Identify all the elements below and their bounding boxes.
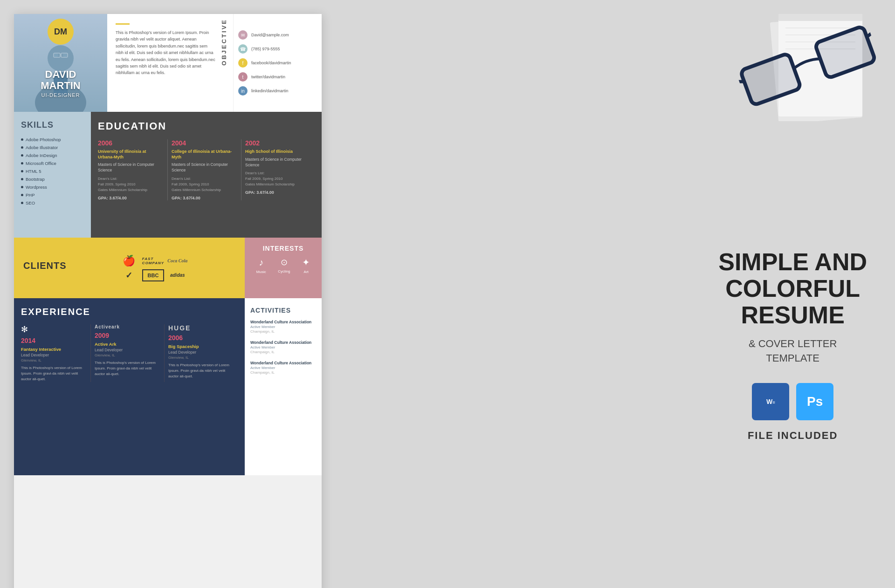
glasses-decoration: [730, 7, 893, 143]
bottom-section: EXPERIENCE ✻ 2014 Fantasy Interactive Le…: [14, 298, 322, 475]
bullet-icon: [21, 194, 23, 196]
profile-title: UI-DESIGNER: [14, 92, 107, 98]
activity-role-1: Active Member: [250, 345, 316, 349]
art-icon: ✦: [302, 257, 310, 268]
edu-gpa-2: GPA: 3.67/4.00: [245, 190, 309, 195]
client-nike-icon: ✓: [118, 269, 140, 281]
exp-desc-1: This is Photoshop's version of Lorem Ips…: [95, 360, 159, 377]
promo-text-area: SIMPLE AND COLORFUL RESUME & COVER LETTE…: [718, 249, 867, 442]
promo-subtitle2: TEMPLATE: [718, 352, 867, 364]
edu-deans-1: Dean's List:Fall 2009, Spring 2010Gates …: [172, 176, 235, 193]
right-panel: SIMPLE AND COLORFUL RESUME & COVER LETTE…: [336, 0, 895, 588]
objective-label: OBJECTIVE: [220, 19, 227, 66]
activities-title: ACTIVITIES: [250, 307, 316, 314]
yellow-bar-decoration: [116, 23, 130, 25]
contact-area: ✉ David@sample.com ☎ (785) 979-5555 f fa…: [233, 14, 322, 112]
edu-entry-0: 2006 University of Illinoisia at Urbana-…: [98, 139, 168, 200]
exp-entry-1: Activeark 2009 Active Ark Lead Developer…: [91, 324, 165, 382]
experience-columns: ✻ 2014 Fantasy Interactive Lead Develope…: [21, 324, 238, 382]
exp-year-2: 2006: [168, 334, 233, 342]
interest-cycling: ⊙ Cycling: [278, 257, 290, 273]
edu-deans-2: Dean's List:Fall 2009, Spring 2010Gates …: [245, 171, 309, 187]
bullet-icon: [21, 178, 23, 180]
activity-0: Wonderland Culture Association Active Me…: [250, 320, 316, 334]
edu-school-2: High School of Illinoisia: [245, 149, 309, 155]
art-label: Art: [304, 270, 309, 274]
music-label: Music: [256, 270, 266, 274]
top-section: DM: [14, 14, 322, 112]
exp-desc-2: This is Photoshop's version of Lorem Ips…: [168, 362, 233, 379]
exp-desc-0: This is Photoshop's version of Lorem Ips…: [21, 365, 86, 382]
objective-text: This is Photoshop's version of Lorem Ips…: [116, 29, 225, 76]
file-badges: W≡ Ps: [718, 383, 867, 420]
profile-name: DAVID MARTIN: [14, 69, 107, 91]
bullet-icon: [21, 146, 23, 149]
activity-org-2: Wonderland Culture Association: [250, 361, 316, 365]
skill-item: PHP: [21, 192, 84, 198]
interests-area: INTERESTS ♪ Music ⊙ Cycling ✦ Art: [245, 238, 322, 298]
clients-logos: 🍎 FASTCOMPANY Coca Cola ✓ BBC adidas: [118, 255, 189, 281]
music-icon: ♪: [259, 257, 263, 268]
exp-location-2: Glenview, IL: [168, 356, 233, 360]
client-adidas: adidas: [166, 269, 188, 281]
exp-year-0: 2014: [21, 337, 86, 344]
activities-area: ACTIVITIES Wonderland Culture Associatio…: [245, 298, 322, 475]
interests-icons: ♪ Music ⊙ Cycling ✦ Art: [250, 257, 316, 274]
exp-role-0: Lead Developer: [21, 353, 86, 357]
promo-title: SIMPLE AND COLORFUL RESUME: [718, 249, 867, 329]
contact-phone: ☎ (785) 979-5555: [238, 44, 317, 54]
edu-gpa-0: GPA: 3.67/4.00: [98, 196, 162, 200]
skill-item: Wordpress: [21, 185, 84, 190]
experience-title: EXPERIENCE: [21, 307, 238, 317]
exp-role-2: Lead Developer: [168, 350, 233, 355]
exp-logo-0: ✻: [21, 324, 86, 335]
exp-entry-0: ✻ 2014 Fantasy Interactive Lead Develope…: [21, 324, 91, 382]
education-columns: 2006 University of Illinoisia at Urbana-…: [98, 139, 315, 200]
edu-degree-0: Masters of Science in Computer Science: [98, 162, 162, 173]
edu-degree-2: Masters of Science in Computer Science: [245, 157, 309, 168]
edu-entry-2: 2002 High School of Illinoisia Masters o…: [241, 139, 315, 200]
experience-area: EXPERIENCE ✻ 2014 Fantasy Interactive Le…: [14, 298, 245, 475]
phone-icon: ☎: [238, 44, 248, 54]
exp-company-1: Active Ark: [95, 342, 159, 347]
activity-1: Wonderland Culture Association Active Me…: [250, 340, 316, 354]
activity-org-1: Wonderland Culture Association: [250, 340, 316, 345]
clients-title: CLIENTS: [23, 260, 67, 271]
skill-item: Microsoft Office: [21, 161, 84, 166]
edu-degree-1: Masters of Science in Computer Science: [172, 162, 235, 173]
client-apple-icon: 🍎: [118, 255, 140, 267]
bullet-icon: [21, 170, 23, 172]
skills-title: SKILLS: [21, 120, 84, 130]
clients-area: CLIENTS 🍎 FASTCOMPANY Coca Cola ✓ BBC ad…: [14, 238, 245, 298]
skill-item: Adobe InDesign: [21, 153, 84, 158]
exp-logo-1: Activeark: [95, 324, 159, 329]
edu-school-0: University of Illinoisia at Urbana-Myth: [98, 149, 162, 160]
activity-location-2: Champaign, IL: [250, 370, 316, 375]
exp-location-0: Glenview, IL: [21, 358, 86, 362]
education-area: EDUCATION 2006 University of Illinoisia …: [91, 112, 322, 238]
promo-subtitle: & COVER LETTER: [718, 338, 867, 350]
decoration-area: [709, 0, 895, 149]
twitter-icon: t: [238, 72, 248, 82]
exp-logo-2: HUGE: [168, 324, 233, 332]
contact-facebook: f facebook/davidmartin: [238, 58, 317, 68]
bullet-icon: [21, 186, 23, 188]
bullet-icon: [21, 154, 23, 157]
email-icon: ✉: [238, 30, 248, 40]
interests-title: INTERESTS: [250, 245, 316, 252]
interest-art: ✦ Art: [302, 257, 310, 274]
edu-gpa-1: GPA: 3.67/4.00: [172, 196, 235, 200]
avatar-initials: DM: [48, 19, 74, 45]
skill-item: Bootstrap: [21, 177, 84, 182]
contact-email: ✉ David@sample.com: [238, 30, 317, 40]
edu-year-1: 2004: [172, 139, 235, 147]
bullet-icon: [21, 202, 23, 204]
exp-role-1: Lead Developer: [95, 348, 159, 352]
edu-entry-1: 2004 College of Illinoisia at Urbana-Myt…: [168, 139, 241, 200]
client-cocacola: Coca Cola: [166, 255, 188, 267]
skill-item: SEO: [21, 200, 84, 205]
middle-section: SKILLS Adobe Photoshop Adobe Illustrator…: [14, 112, 322, 238]
skills-area: SKILLS Adobe Photoshop Adobe Illustrator…: [14, 112, 91, 238]
word-badge: W≡: [752, 383, 789, 420]
activity-role-2: Active Member: [250, 366, 316, 370]
